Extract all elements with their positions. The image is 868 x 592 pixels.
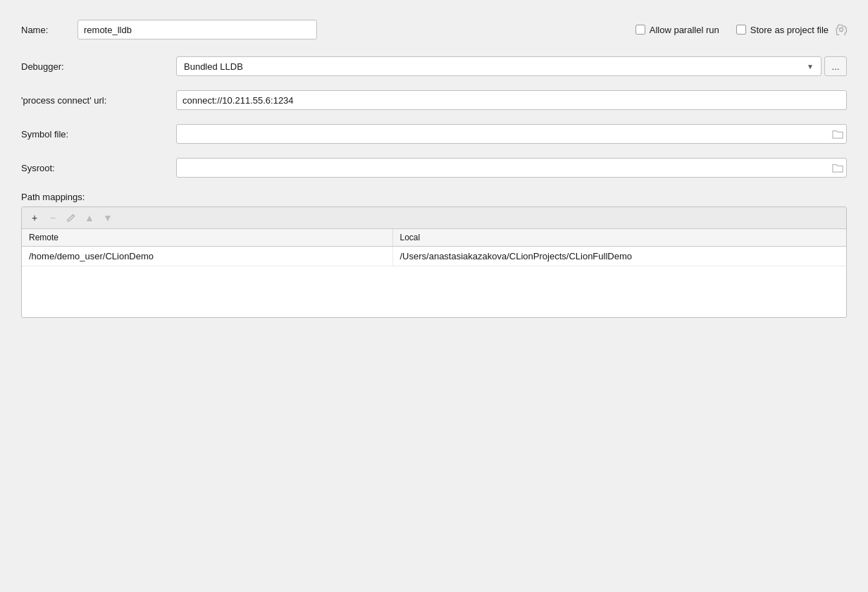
store-project-checkbox[interactable] bbox=[736, 25, 746, 35]
remote-path-cell: /home/demo_user/CLionDemo bbox=[22, 247, 393, 266]
name-input[interactable] bbox=[78, 20, 317, 39]
symbol-file-label: Symbol file: bbox=[21, 129, 176, 140]
checkboxes-area: Allow parallel run Store as project file bbox=[636, 24, 847, 35]
sysroot-wrapper bbox=[176, 158, 847, 178]
path-mappings-label: Path mappings: bbox=[21, 192, 847, 202]
edit-mapping-button[interactable] bbox=[63, 210, 80, 226]
remote-column-header: Remote bbox=[22, 229, 393, 246]
symbol-file-row: Symbol file: bbox=[21, 124, 847, 144]
debugger-wrapper: Bundled LLDB ▼ ... bbox=[176, 56, 847, 76]
allow-parallel-group: Allow parallel run bbox=[636, 25, 719, 35]
sysroot-folder-button[interactable] bbox=[831, 162, 844, 173]
symbol-file-folder-button[interactable] bbox=[831, 128, 844, 140]
process-connect-label: 'process connect' url: bbox=[21, 95, 176, 106]
debugger-row: Debugger: Bundled LLDB ▼ ... bbox=[21, 56, 847, 76]
add-mapping-button[interactable]: + bbox=[26, 210, 43, 226]
process-connect-input[interactable] bbox=[176, 90, 847, 110]
path-mappings-container: + − ▲ ▼ Remote Local /home/demo_user/CLi… bbox=[21, 206, 847, 318]
symbol-file-wrapper bbox=[176, 124, 847, 144]
debugger-label: Debugger: bbox=[21, 61, 176, 72]
table-row[interactable]: /home/demo_user/CLionDemo /Users/anastas… bbox=[22, 247, 846, 266]
gear-icon[interactable] bbox=[836, 24, 847, 35]
sysroot-input[interactable] bbox=[176, 158, 847, 178]
chevron-down-icon: ▼ bbox=[807, 63, 814, 70]
move-up-button[interactable]: ▲ bbox=[81, 210, 98, 226]
remove-mapping-button[interactable]: − bbox=[44, 210, 61, 226]
local-path-cell: /Users/anastasiakazakova/CLionProjects/C… bbox=[393, 247, 847, 266]
path-mappings-section: Path mappings: + − ▲ ▼ Remote Local bbox=[21, 192, 847, 318]
move-down-button[interactable]: ▼ bbox=[99, 210, 116, 226]
debugger-ellipsis-button[interactable]: ... bbox=[824, 56, 847, 76]
name-row: Name: Allow parallel run Store as projec… bbox=[21, 20, 847, 39]
table-header: Remote Local bbox=[22, 229, 846, 247]
debugger-select[interactable]: Bundled LLDB ▼ bbox=[176, 56, 822, 76]
process-connect-row: 'process connect' url: bbox=[21, 90, 847, 110]
store-project-group: Store as project file bbox=[736, 24, 847, 35]
path-mappings-table-body: /home/demo_user/CLionDemo /Users/anastas… bbox=[22, 247, 846, 317]
sysroot-row: Sysroot: bbox=[21, 158, 847, 178]
debugger-value: Bundled LLDB bbox=[184, 61, 243, 72]
local-column-header: Local bbox=[393, 229, 847, 246]
main-container: Name: Allow parallel run Store as projec… bbox=[0, 0, 868, 592]
allow-parallel-label: Allow parallel run bbox=[650, 25, 719, 35]
sysroot-label: Sysroot: bbox=[21, 163, 176, 173]
symbol-file-input[interactable] bbox=[176, 124, 847, 144]
allow-parallel-checkbox[interactable] bbox=[636, 25, 645, 35]
path-mappings-toolbar: + − ▲ ▼ bbox=[22, 207, 846, 229]
name-label: Name: bbox=[21, 25, 78, 35]
store-project-label: Store as project file bbox=[750, 25, 829, 35]
